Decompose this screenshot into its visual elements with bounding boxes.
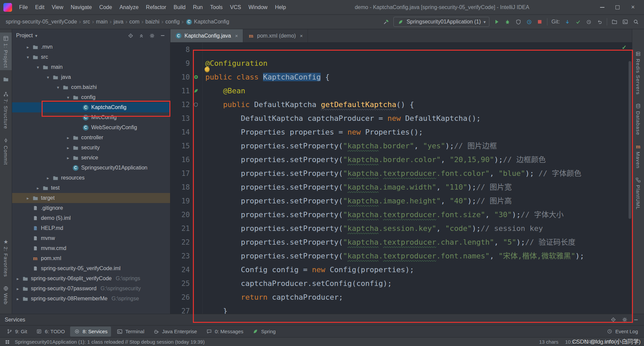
gutter-line-11[interactable]: 11	[170, 84, 202, 98]
run-config-select[interactable]: Springsecurity01Application (1) ▾	[393, 17, 489, 27]
vcs-update-button[interactable]	[564, 18, 571, 25]
chevron-down-icon[interactable]: ▾	[35, 33, 38, 38]
menu-analyze[interactable]: Analyze	[116, 3, 142, 12]
tree-item-mvnw-cmd[interactable]: mvnw.cmd	[12, 243, 170, 253]
gutter-line-25[interactable]: 25	[170, 277, 202, 290]
code-line-17[interactable]: properties.setProperty("kaptcha.textprod…	[205, 166, 632, 180]
coverage-button[interactable]	[515, 18, 522, 25]
close-button[interactable]: ×	[625, 2, 641, 13]
stop-button[interactable]	[536, 18, 543, 25]
menu-vcs[interactable]: VCS	[226, 3, 245, 12]
minimize-button[interactable]	[594, 2, 610, 13]
gutter-line-14[interactable]: 14	[170, 125, 202, 139]
code-line-13[interactable]: DefaultKaptcha captchaProducer = new Def…	[205, 111, 632, 125]
gutter-line-23[interactable]: 23	[170, 249, 202, 263]
gutter-line-27[interactable]: 27	[170, 304, 202, 314]
menu-file[interactable]: File	[15, 3, 32, 12]
tool-button-folder[interactable]	[0, 73, 12, 85]
gutter-line-22[interactable]: 22	[170, 235, 202, 249]
gutter-line-12[interactable]: 12	[170, 98, 202, 111]
chevron-right-icon[interactable]: ▸	[14, 286, 21, 291]
tree-item-kaptchaconfig[interactable]: CKaptchaConfig	[12, 102, 170, 112]
gutter-line-17[interactable]: 17	[170, 166, 202, 180]
tool-button-7-structure[interactable]: 7: Structure	[0, 88, 12, 132]
breadcrumb-baizhi[interactable]: baizhi	[145, 18, 161, 26]
tree-item-target[interactable]: ▸target	[12, 193, 170, 203]
chevron-down-icon[interactable]: ▾	[44, 75, 52, 80]
tree-item-websecurityconfig[interactable]: CWebSecurityConfig	[12, 122, 170, 133]
intention-bulb-icon[interactable]	[205, 67, 210, 72]
gutter-line-15[interactable]: 15	[170, 139, 202, 153]
gutter-line-21[interactable]: 21	[170, 221, 202, 235]
menu-navigate[interactable]: Navigate	[67, 3, 96, 12]
tree-item-pom-xml[interactable]: mpom.xml	[12, 253, 170, 263]
tree-item-mvnw[interactable]: mvnw	[12, 233, 170, 243]
menu-help[interactable]: Help	[271, 3, 290, 12]
toolwindow-tab-spring[interactable]: Spring	[249, 327, 279, 337]
menu-refactor[interactable]: Refactor	[142, 3, 170, 12]
code-line-27[interactable]: }	[205, 304, 632, 314]
search-everywhere-button[interactable]	[633, 18, 639, 25]
breadcrumb-main[interactable]: main	[95, 18, 109, 26]
editor-tab-pom-xml-demo[interactable]: mpom.xml (demo)×	[243, 29, 308, 42]
toolwindow-tab-0-messages[interactable]: 0: Messages	[202, 327, 247, 337]
chevron-right-icon[interactable]: ▸	[14, 276, 21, 281]
code-line-9[interactable]: @Configuration	[205, 56, 632, 70]
menu-tools[interactable]: Tools	[206, 3, 226, 12]
project-structure-button[interactable]	[611, 18, 618, 25]
tree-item-config[interactable]: ▾config	[12, 92, 170, 102]
tool-button-2-favorites[interactable]: ★2: Favorites	[0, 236, 12, 279]
tree-item-com-baizhi[interactable]: ▾com.baizhi	[12, 82, 170, 92]
tree-item-security[interactable]: ▸security	[12, 143, 170, 153]
chevron-right-icon[interactable]: ▸	[44, 176, 52, 181]
settings-gear-icon[interactable]	[149, 32, 155, 39]
menu-code[interactable]: Code	[96, 3, 116, 12]
code-view[interactable]: @Configurationpublic class KaptchaConfig…	[203, 43, 632, 314]
tree-item-java[interactable]: ▾java	[12, 72, 170, 82]
gutter-line-13[interactable]: 13	[170, 111, 202, 125]
gutter-line-18[interactable]: 18	[170, 180, 202, 194]
editor-tab-kaptchaconfig-java[interactable]: CKaptchaConfig.java×	[170, 29, 243, 42]
close-icon[interactable]: ×	[235, 33, 238, 39]
run-button[interactable]	[493, 18, 500, 25]
gutter-line-20[interactable]: 20	[170, 208, 202, 221]
toolwindow-tab-8-services[interactable]: 8: Services	[70, 327, 111, 337]
tree-item-src[interactable]: ▾src	[12, 52, 170, 62]
code-line-18[interactable]: properties.setProperty("kaptcha.image.wi…	[205, 180, 632, 194]
chevron-right-icon[interactable]: ▸	[14, 296, 21, 301]
hide-panel-button[interactable]	[159, 32, 166, 39]
hide-panel-button[interactable]	[633, 316, 639, 323]
breadcrumb-kaptchaconfig[interactable]: CKaptchaConfig	[184, 18, 230, 26]
chevron-right-icon[interactable]: ▸	[24, 196, 32, 201]
editor-scrollbar[interactable]	[627, 43, 632, 314]
gutter-line-8[interactable]: 8	[170, 43, 202, 56]
breadcrumb-java[interactable]: java	[113, 18, 124, 26]
code-line-14[interactable]: Properties properties = new Properties()…	[205, 125, 632, 139]
code-line-20[interactable]: properties.setProperty("kaptcha.textprod…	[205, 208, 632, 221]
chevron-down-icon[interactable]: ▾	[24, 55, 32, 60]
tree-item-spring-security-07password[interactable]: ▸spring-security-07passwordG:\springsecu…	[12, 284, 170, 294]
code-line-21[interactable]: properties.setProperty("kaptcha.session.…	[205, 221, 632, 235]
tree-item-spring-security-06split-verifycode[interactable]: ▸spring-security-06split_verifyCodeG:\sp…	[12, 274, 170, 284]
chevron-right-icon[interactable]: ▸	[64, 135, 72, 140]
vcs-commit-button[interactable]	[575, 18, 581, 25]
console-button[interactable]	[622, 18, 629, 25]
menu-window[interactable]: Window	[245, 3, 271, 12]
tree-item-mvn[interactable]: ▸.mvn	[12, 42, 170, 52]
leaf-gutter-icon[interactable]	[190, 88, 202, 93]
tree-item-main[interactable]: ▾main	[12, 62, 170, 72]
settings-gear-icon[interactable]	[621, 316, 628, 323]
tree-item-test[interactable]: ▸test	[12, 183, 170, 193]
tree-item-resources[interactable]: ▸resources	[12, 173, 170, 183]
toolwindow-tab-event-log[interactable]: Event Log	[603, 327, 641, 337]
tree-item-help-md[interactable]: HELP.md	[12, 223, 170, 233]
code-line-22[interactable]: properties.setProperty("kaptcha.textprod…	[205, 235, 632, 249]
gutter-line-16[interactable]: 16	[170, 153, 202, 166]
status-widget-13-chars[interactable]: 13 chars	[539, 339, 558, 345]
code-line-26[interactable]: return captchaProducer;	[205, 290, 632, 304]
code-line-25[interactable]: captchaProducer.setConfig(config);	[205, 277, 632, 290]
gutter-line-9[interactable]: 9	[170, 56, 202, 70]
breadcrumb-src[interactable]: src	[82, 18, 91, 26]
breadcrumb-com[interactable]: com	[128, 18, 141, 26]
toolwindow-tab-6-todo[interactable]: 6: TODO	[33, 327, 68, 337]
